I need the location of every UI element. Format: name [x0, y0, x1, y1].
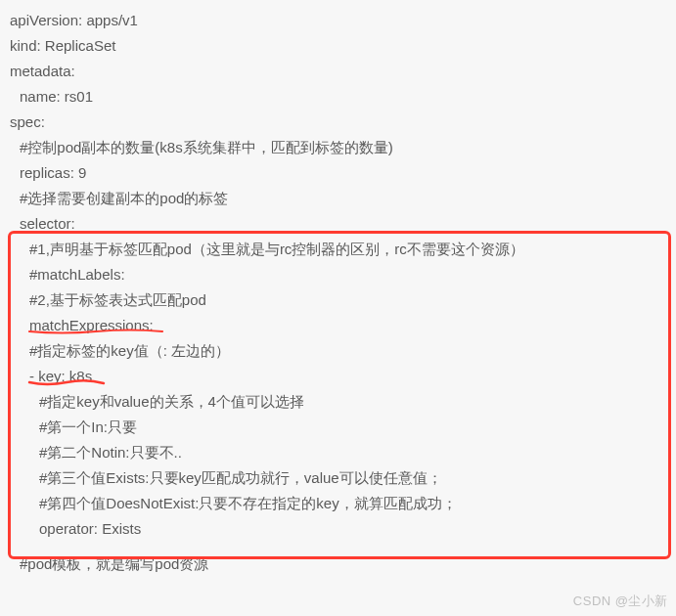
code-line-comment: #指定标签的key值（: 左边的）	[10, 338, 666, 364]
code-line: replicas: 9	[10, 160, 666, 186]
code-line: name: rs01	[10, 84, 666, 110]
code-line-comment: #2,基于标签表达式匹配pod	[10, 287, 666, 313]
code-line-comment: #第二个Notin:只要不..	[10, 440, 666, 465]
code-line: operator: Exists	[10, 516, 666, 542]
code-line-comment: #1,声明基于标签匹配pod（这里就是与rc控制器的区别，rc不需要这个资源）	[10, 237, 666, 262]
code-line-comment: #matchLabels:	[10, 262, 666, 287]
code-line: kind: ReplicaSet	[10, 33, 666, 59]
code-line: apiVersion: apps/v1	[10, 8, 666, 33]
code-line-comment: #指定key和value的关系，4个值可以选择	[10, 389, 666, 415]
code-line-comment: #pod模板，就是编写pod资源	[10, 551, 666, 577]
code-line: spec:	[10, 110, 666, 135]
code-line-comment: #第四个值DoesNotExist:只要不存在指定的key，就算匹配成功；	[10, 491, 666, 516]
code-line: - key: k8s	[10, 364, 666, 389]
code-line-comment: #第一个In:只要	[10, 415, 666, 440]
watermark: CSDN @尘小新	[573, 593, 668, 610]
code-line-comment: #第三个值Exists:只要key匹配成功就行，value可以使任意值；	[10, 465, 666, 491]
code-line: metadata:	[10, 59, 666, 84]
code-line: selector:	[10, 211, 666, 237]
code-line-comment: #选择需要创建副本的pod的标签	[10, 186, 666, 211]
yaml-code-block: apiVersion: apps/v1 kind: ReplicaSet met…	[0, 0, 676, 577]
code-line: matchExpressions:	[10, 313, 666, 338]
code-line-comment: #控制pod副本的数量(k8s系统集群中，匹配到标签的数量)	[10, 135, 666, 160]
